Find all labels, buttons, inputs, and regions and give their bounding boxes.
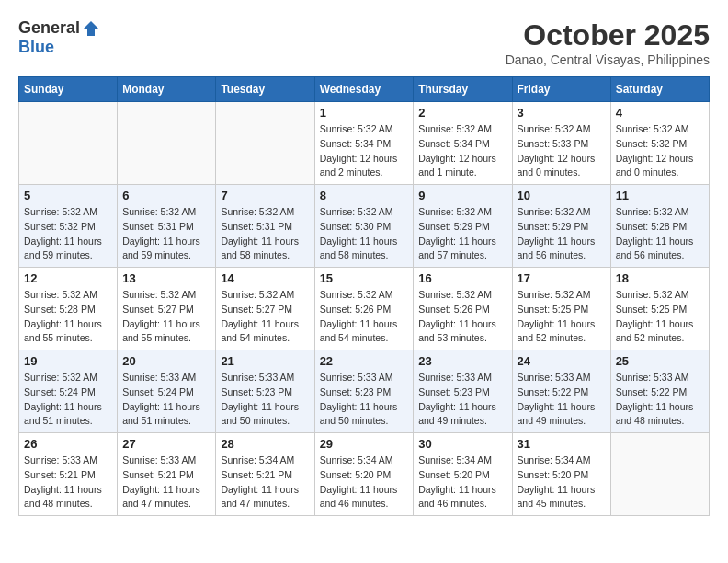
calendar-cell (19, 102, 118, 185)
day-info: Sunrise: 5:32 AMSunset: 5:29 PMDaylight:… (418, 205, 506, 263)
day-number: 12 (24, 271, 112, 285)
day-info: Sunrise: 5:32 AMSunset: 5:32 PMDaylight:… (616, 122, 704, 180)
day-number: 8 (320, 189, 409, 202)
calendar-cell: 2Sunrise: 5:32 AMSunset: 5:34 PMDaylight… (414, 102, 512, 185)
day-info: Sunrise: 5:32 AMSunset: 5:25 PMDaylight:… (518, 288, 606, 346)
calendar-week-row: 12Sunrise: 5:32 AMSunset: 5:28 PMDayligh… (19, 268, 710, 350)
day-info: Sunrise: 5:33 AMSunset: 5:23 PMDaylight:… (320, 371, 409, 429)
day-info: Sunrise: 5:32 AMSunset: 5:32 PMDaylight:… (24, 205, 112, 263)
calendar-cell: 17Sunrise: 5:32 AMSunset: 5:25 PMDayligh… (512, 268, 610, 350)
calendar-cell: 21Sunrise: 5:33 AMSunset: 5:23 PMDayligh… (216, 350, 314, 433)
day-info: Sunrise: 5:32 AMSunset: 5:24 PMDaylight:… (24, 371, 112, 429)
calendar-cell: 3Sunrise: 5:32 AMSunset: 5:33 PMDaylight… (512, 102, 610, 185)
logo-blue: Blue (18, 38, 54, 57)
day-info: Sunrise: 5:33 AMSunset: 5:23 PMDaylight:… (221, 371, 309, 429)
day-info: Sunrise: 5:32 AMSunset: 5:27 PMDaylight:… (122, 288, 210, 346)
calendar-cell: 25Sunrise: 5:33 AMSunset: 5:22 PMDayligh… (610, 350, 709, 433)
calendar-cell: 7Sunrise: 5:32 AMSunset: 5:31 PMDaylight… (216, 185, 314, 268)
header-sunday: Sunday (19, 77, 118, 102)
calendar-body: 1Sunrise: 5:32 AMSunset: 5:34 PMDaylight… (19, 102, 710, 516)
header-thursday: Thursday (414, 77, 512, 102)
calendar-cell: 15Sunrise: 5:32 AMSunset: 5:26 PMDayligh… (314, 268, 414, 350)
calendar-cell: 23Sunrise: 5:33 AMSunset: 5:23 PMDayligh… (414, 350, 512, 433)
calendar-header-row: SundayMondayTuesdayWednesdayThursdayFrid… (19, 77, 710, 102)
day-number: 3 (518, 106, 606, 120)
day-info: Sunrise: 5:33 AMSunset: 5:21 PMDaylight:… (24, 454, 112, 511)
calendar-cell: 14Sunrise: 5:32 AMSunset: 5:27 PMDayligh… (216, 268, 314, 350)
day-number: 9 (418, 189, 506, 202)
day-info: Sunrise: 5:32 AMSunset: 5:31 PMDaylight:… (221, 205, 309, 263)
day-info: Sunrise: 5:32 AMSunset: 5:29 PMDaylight:… (518, 205, 606, 263)
day-info: Sunrise: 5:34 AMSunset: 5:20 PMDaylight:… (518, 454, 606, 511)
month-title: October 2025 (506, 18, 710, 52)
calendar-week-row: 1Sunrise: 5:32 AMSunset: 5:34 PMDaylight… (19, 102, 710, 185)
calendar-cell (610, 433, 709, 516)
day-number: 24 (518, 354, 606, 368)
calendar-cell: 19Sunrise: 5:32 AMSunset: 5:24 PMDayligh… (19, 350, 118, 433)
calendar-cell: 11Sunrise: 5:32 AMSunset: 5:28 PMDayligh… (610, 185, 709, 268)
day-number: 11 (616, 189, 704, 202)
header-monday: Monday (118, 77, 216, 102)
day-number: 31 (518, 437, 606, 451)
day-number: 22 (320, 354, 409, 368)
calendar-cell: 6Sunrise: 5:32 AMSunset: 5:31 PMDaylight… (118, 185, 216, 268)
day-info: Sunrise: 5:32 AMSunset: 5:30 PMDaylight:… (320, 205, 409, 263)
logo: General Blue (18, 18, 100, 57)
day-number: 5 (24, 189, 112, 202)
calendar-cell: 31Sunrise: 5:34 AMSunset: 5:20 PMDayligh… (512, 433, 610, 516)
day-number: 18 (616, 271, 704, 285)
calendar-cell: 9Sunrise: 5:32 AMSunset: 5:29 PMDaylight… (414, 185, 512, 268)
logo-general: General (18, 18, 80, 38)
day-info: Sunrise: 5:32 AMSunset: 5:34 PMDaylight:… (418, 122, 506, 180)
day-info: Sunrise: 5:32 AMSunset: 5:34 PMDaylight:… (320, 122, 409, 180)
day-info: Sunrise: 5:33 AMSunset: 5:21 PMDaylight:… (122, 454, 210, 511)
calendar-cell: 8Sunrise: 5:32 AMSunset: 5:30 PMDaylight… (314, 185, 414, 268)
header-wednesday: Wednesday (314, 77, 414, 102)
day-info: Sunrise: 5:33 AMSunset: 5:24 PMDaylight:… (122, 371, 210, 429)
day-number: 21 (221, 354, 309, 368)
day-number: 20 (122, 354, 210, 368)
logo-icon (82, 19, 100, 38)
day-number: 6 (122, 189, 210, 202)
day-number: 29 (320, 437, 409, 451)
calendar-cell: 16Sunrise: 5:32 AMSunset: 5:26 PMDayligh… (414, 268, 512, 350)
page-header: General Blue October 2025 Danao, Central… (18, 18, 710, 67)
location-title: Danao, Central Visayas, Philippines (506, 52, 710, 67)
day-number: 14 (221, 271, 309, 285)
day-number: 13 (122, 271, 210, 285)
day-number: 25 (616, 354, 704, 368)
day-number: 28 (221, 437, 309, 451)
svg-marker-0 (84, 21, 98, 36)
day-info: Sunrise: 5:32 AMSunset: 5:25 PMDaylight:… (616, 288, 704, 346)
day-number: 10 (518, 189, 606, 202)
day-info: Sunrise: 5:32 AMSunset: 5:28 PMDaylight:… (24, 288, 112, 346)
title-section: October 2025 Danao, Central Visayas, Phi… (506, 18, 710, 67)
day-number: 26 (24, 437, 112, 451)
day-info: Sunrise: 5:34 AMSunset: 5:20 PMDaylight:… (418, 454, 506, 511)
calendar-cell: 30Sunrise: 5:34 AMSunset: 5:20 PMDayligh… (414, 433, 512, 516)
calendar: SundayMondayTuesdayWednesdayThursdayFrid… (18, 76, 710, 516)
day-info: Sunrise: 5:34 AMSunset: 5:21 PMDaylight:… (221, 454, 309, 511)
day-info: Sunrise: 5:32 AMSunset: 5:27 PMDaylight:… (221, 288, 309, 346)
day-number: 16 (418, 271, 506, 285)
calendar-cell: 1Sunrise: 5:32 AMSunset: 5:34 PMDaylight… (314, 102, 414, 185)
calendar-week-row: 5Sunrise: 5:32 AMSunset: 5:32 PMDaylight… (19, 185, 710, 268)
calendar-cell (216, 102, 314, 185)
calendar-cell: 29Sunrise: 5:34 AMSunset: 5:20 PMDayligh… (314, 433, 414, 516)
day-info: Sunrise: 5:33 AMSunset: 5:22 PMDaylight:… (518, 371, 606, 429)
calendar-cell: 27Sunrise: 5:33 AMSunset: 5:21 PMDayligh… (118, 433, 216, 516)
day-number: 4 (616, 106, 704, 120)
day-number: 23 (418, 354, 506, 368)
calendar-cell: 4Sunrise: 5:32 AMSunset: 5:32 PMDaylight… (610, 102, 709, 185)
header-tuesday: Tuesday (216, 77, 314, 102)
calendar-cell: 12Sunrise: 5:32 AMSunset: 5:28 PMDayligh… (19, 268, 118, 350)
day-info: Sunrise: 5:32 AMSunset: 5:28 PMDaylight:… (616, 205, 704, 263)
day-info: Sunrise: 5:32 AMSunset: 5:26 PMDaylight:… (320, 288, 409, 346)
calendar-cell: 26Sunrise: 5:33 AMSunset: 5:21 PMDayligh… (19, 433, 118, 516)
day-number: 7 (221, 189, 309, 202)
header-friday: Friday (512, 77, 610, 102)
day-number: 1 (320, 106, 409, 120)
day-info: Sunrise: 5:32 AMSunset: 5:26 PMDaylight:… (418, 288, 506, 346)
day-number: 19 (24, 354, 112, 368)
day-number: 2 (418, 106, 506, 120)
